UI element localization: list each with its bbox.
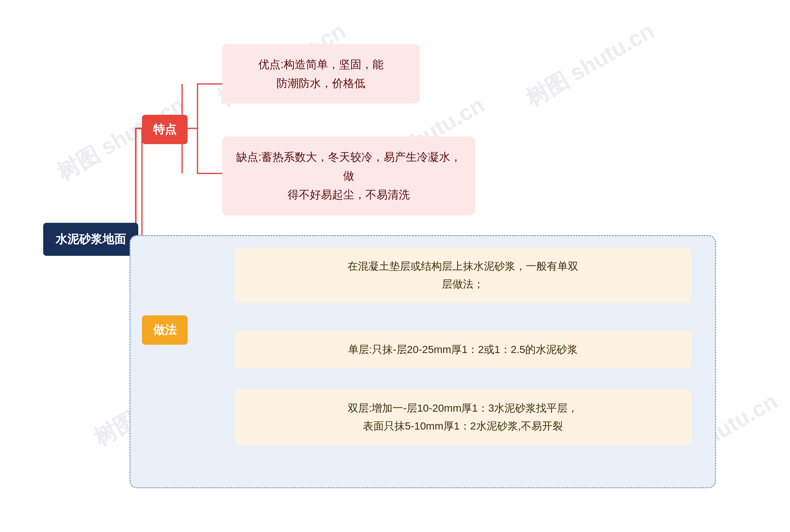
disadvantage-box: 缺点:蓄热系数大，冬天较冷，易产生冷凝水，做 得不好易起尘，不易清洗 (222, 136, 475, 215)
method-desc2-box: 单层:只抹-层20-25mm厚1：2或1：2.5的水泥砂浆 (234, 331, 691, 368)
advantage-box: 优点:构造简单，坚固，能 防潮防水，价格低 (222, 44, 420, 104)
root-node: 水泥砂浆地面 (43, 223, 138, 256)
method-node: 做法 (142, 316, 188, 345)
method-desc3-box: 双层:增加一-层10-20mm厚1：3水泥砂浆找平层， 表面只抹5-10mm厚1… (234, 390, 691, 445)
feature-node: 特点 (142, 115, 188, 144)
watermark-4: 树图 shutu.cn (521, 16, 659, 113)
method-desc1-box: 在混凝土垫层或结构层上抹水泥砂浆，一般有单双 层做法； (234, 247, 691, 303)
